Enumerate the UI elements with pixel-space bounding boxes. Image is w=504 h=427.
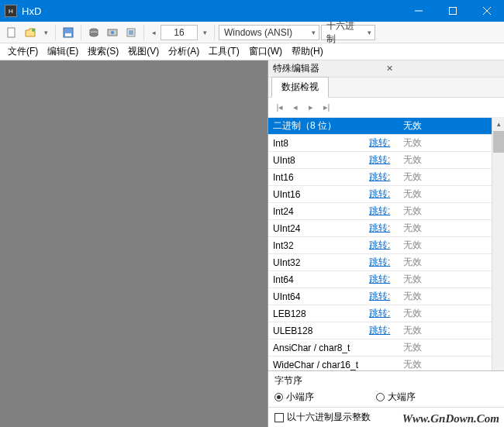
workspace: 特殊编辑器 ✕ 数据检视 |◂ ◂ ▸ ▸| 二进制（8 位）无效Int8跳转:… [0,60,504,427]
app-icon: H [5,5,17,17]
value-cell: 无效 [399,341,504,354]
type-cell: WideChar / char16_t [268,360,369,370]
value-cell: 无效 [399,119,504,133]
table-row[interactable]: WideChar / char16_t无效 [268,356,504,370]
byteorder-label: 字节序 [274,374,498,387]
table-row[interactable]: Int64跳转:无效 [268,271,504,288]
nav-next-icon[interactable]: ▸ [304,101,318,115]
value-cell: 无效 [399,188,504,201]
table-row[interactable]: Int24跳转:无效 [268,203,504,220]
type-cell: Int8 [268,138,369,149]
type-cell: UInt16 [268,189,369,200]
value-cell: 无效 [399,205,504,218]
app-title: HxD [22,5,402,17]
menu-item[interactable]: 搜索(S) [83,43,123,60]
encoding-select[interactable]: Windows (ANSI) [219,25,319,40]
svg-rect-1 [450,8,457,15]
jump-link[interactable]: 跳转: [369,136,399,150]
radio-little-endian[interactable]: 小端序 [274,391,314,404]
byteorder-group: 字节序 小端序 大端序 [268,370,504,407]
hex-display-checkbox[interactable] [274,413,284,422]
process-icon[interactable] [123,24,140,41]
scrollbar[interactable]: ▴ [492,118,504,370]
minimize-button[interactable] [402,0,436,22]
ram-icon[interactable] [104,24,121,41]
nav-first-icon[interactable]: |◂ [273,101,287,115]
jump-link[interactable]: 跳转: [369,205,399,218]
table-row[interactable]: LEB128跳转:无效 [268,305,504,322]
value-cell: 无效 [399,324,504,337]
menu-item[interactable]: 分析(A) [164,43,204,60]
jump-link[interactable]: 跳转: [369,188,399,201]
close-button[interactable] [470,0,504,22]
value-cell: 无效 [399,290,504,303]
new-file-icon[interactable] [3,24,20,41]
jump-link[interactable]: 跳转: [369,290,399,303]
type-cell: UInt24 [268,223,369,234]
jump-link[interactable]: 跳转: [369,153,399,167]
open-dropdown-icon[interactable]: ▾ [40,25,51,40]
svg-point-10 [90,33,98,36]
menu-item[interactable]: 视图(V) [123,43,164,60]
disk-icon[interactable] [85,24,102,41]
type-cell: Int64 [268,274,369,285]
table-row[interactable]: Int16跳转:无效 [268,169,504,186]
menu-item[interactable]: 编辑(E) [43,43,83,60]
type-cell: Int32 [268,240,369,251]
svg-rect-14 [129,30,133,35]
jump-link[interactable]: 跳转: [369,324,399,337]
open-file-icon[interactable] [22,24,39,41]
save-icon[interactable] [60,24,77,41]
value-cell: 无效 [399,170,504,184]
jump-link[interactable]: 跳转: [369,239,399,252]
value-cell: 无效 [399,358,504,370]
jump-link[interactable]: 跳转: [369,273,399,286]
history-back-icon[interactable]: ◂ [148,25,159,40]
base-select[interactable]: 十六进制 [321,25,375,40]
nav-prev-icon[interactable]: ◂ [288,101,302,115]
table-row[interactable]: AnsiChar / char8_t无效 [268,339,504,356]
type-cell: ULEB128 [268,325,369,336]
table-row[interactable]: 二进制（8 位）无效 [268,118,504,135]
table-row[interactable]: Int8跳转:无效 [268,135,504,152]
table-row[interactable]: UInt32跳转:无效 [268,254,504,271]
type-cell: Int24 [268,206,369,217]
type-cell: UInt32 [268,257,369,268]
panel-title-label: 特殊编辑器 [273,62,386,75]
bytes-per-row-input[interactable] [161,25,198,40]
type-cell: 二进制（8 位） [268,119,369,133]
jump-link[interactable]: 跳转: [369,307,399,320]
panel-close-icon[interactable]: ✕ [386,64,499,74]
panel-titlebar: 特殊编辑器 ✕ [268,60,504,77]
svg-point-5 [32,29,35,32]
scroll-up-icon[interactable]: ▴ [492,118,504,130]
bytes-dropdown-icon[interactable]: ▾ [199,25,210,40]
type-cell: Int16 [268,172,369,183]
jump-link[interactable]: 跳转: [369,222,399,235]
maximize-button[interactable] [436,0,470,22]
scroll-thumb[interactable] [493,131,504,153]
value-cell: 无效 [399,307,504,320]
menu-item[interactable]: 工具(T) [204,43,243,60]
table-row[interactable]: UInt24跳转:无效 [268,220,504,237]
nav-row: |◂ ◂ ▸ ▸| [268,98,504,118]
jump-link[interactable]: 跳转: [369,256,399,269]
jump-link[interactable]: 跳转: [369,170,399,184]
table-row[interactable]: Int32跳转:无效 [268,237,504,254]
svg-rect-7 [65,33,71,36]
value-cell: 无效 [399,136,504,150]
menu-item[interactable]: 窗口(W) [244,43,287,60]
type-grid: 二进制（8 位）无效Int8跳转:无效UInt8跳转:无效Int16跳转:无效U… [268,118,504,370]
table-row[interactable]: ULEB128跳转:无效 [268,322,504,339]
value-cell: 无效 [399,153,504,167]
radio-big-endian[interactable]: 大端序 [376,391,416,404]
nav-last-icon[interactable]: ▸| [319,101,333,115]
table-row[interactable]: UInt64跳转:无效 [268,288,504,305]
table-row[interactable]: UInt8跳转:无效 [268,152,504,169]
value-cell: 无效 [399,222,504,235]
table-row[interactable]: UInt16跳转:无效 [268,186,504,203]
menu-item[interactable]: 文件(F) [3,43,43,60]
value-cell: 无效 [399,256,504,269]
tab-data-inspector[interactable]: 数据检视 [271,77,329,98]
menu-item[interactable]: 帮助(H) [287,43,328,60]
